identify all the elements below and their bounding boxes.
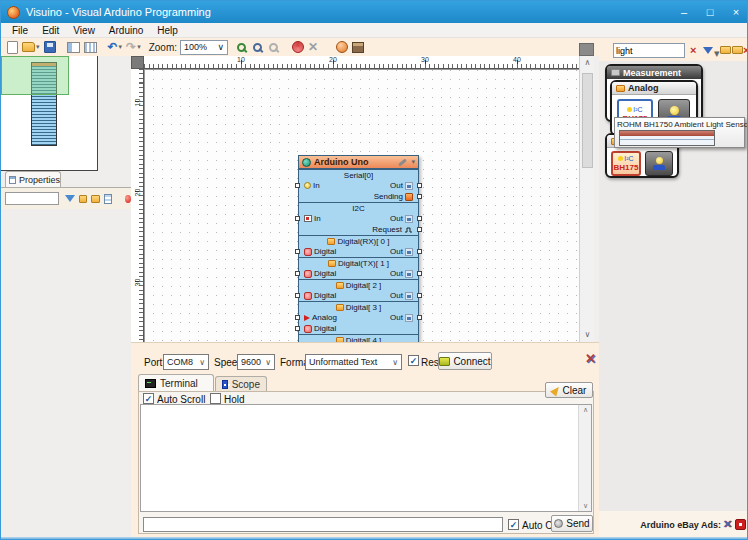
expand-categories-icon[interactable]: [79, 195, 87, 203]
arrange-grid-icon[interactable]: [104, 194, 112, 204]
hide-ads-icon[interactable]: ✕: [723, 518, 732, 531]
category-header[interactable]: Measurement: [607, 66, 701, 79]
collapse-categories-icon[interactable]: [91, 195, 99, 203]
bh1750-component-item[interactable]: I²C BH175: [611, 151, 641, 176]
scroll-up-icon[interactable]: ∧: [579, 406, 592, 414]
menu-file[interactable]: File: [5, 25, 35, 36]
filter-funnel-icon[interactable]: [65, 195, 75, 202]
new-project-button[interactable]: [7, 40, 18, 55]
open-project-button[interactable]: ▾: [22, 40, 40, 55]
component-header[interactable]: Arduino Uno ▾: [299, 156, 418, 169]
menu-arduino[interactable]: Arduino: [102, 25, 150, 36]
save-project-button[interactable]: [44, 40, 56, 55]
terminal-scrollbar[interactable]: ∧ ∨: [578, 405, 591, 511]
redo-button[interactable]: ↷▾: [126, 40, 141, 55]
canvas-vertical-scrollbar[interactable]: ∧ ∨: [579, 56, 594, 342]
send-icon: [554, 519, 563, 528]
bh1750-icon-line2: BH175: [614, 163, 639, 172]
toggle-panels-button[interactable]: [67, 40, 80, 55]
pin-connector[interactable]: [417, 194, 422, 199]
subcategory-header[interactable]: Analog: [612, 82, 696, 95]
delete-button[interactable]: ✕: [308, 40, 318, 55]
minimize-button[interactable]: –: [671, 1, 697, 23]
menu-help[interactable]: Help: [150, 25, 185, 36]
visuino-window: Visuino - Visual Arduino Programming – □…: [0, 0, 748, 540]
auto-scroll-checkbox[interactable]: ✓: [143, 393, 154, 404]
connect-button[interactable]: Connect: [438, 352, 492, 370]
section-digital-2: Digital[ 2 ] Digital Out: [299, 279, 418, 301]
send-button[interactable]: Send: [551, 515, 593, 532]
pin-connector[interactable]: [295, 216, 300, 221]
pin-connector[interactable]: [295, 183, 300, 188]
undo-button[interactable]: ↶▾: [108, 40, 123, 55]
filter-icon[interactable]: [703, 47, 713, 54]
chevron-down-icon[interactable]: ▾: [411, 158, 415, 166]
scroll-down-icon[interactable]: ∨: [580, 328, 595, 342]
ruler-units-box: [579, 43, 594, 56]
pin-connector[interactable]: [295, 271, 300, 276]
digital-channel-icon: [336, 304, 344, 311]
compile-upload-button[interactable]: [292, 40, 304, 55]
new-category-icon[interactable]: [720, 46, 731, 54]
pin-label: In: [314, 214, 321, 223]
tab-properties[interactable]: Properties: [5, 171, 61, 187]
pin-label: Sending: [374, 192, 403, 201]
chevron-down-icon[interactable]: ▾: [714, 47, 720, 59]
minimap[interactable]: [1, 56, 98, 171]
tab-scope[interactable]: Scope: [215, 376, 267, 391]
pin-connector[interactable]: [417, 183, 422, 188]
expand-all-icon[interactable]: [732, 46, 743, 54]
toggle-grid-button[interactable]: [84, 40, 97, 55]
format-select[interactable]: Unformatted Text∨: [305, 354, 402, 370]
terminal-output[interactable]: ∧ ∨: [140, 404, 592, 512]
pin-connector[interactable]: [417, 227, 422, 232]
scrollbar-thumb[interactable]: [582, 73, 593, 168]
pin-label: Digital: [314, 324, 336, 333]
speed-select[interactable]: 9600∨: [237, 354, 275, 370]
light-sensor-component-item[interactable]: [645, 151, 673, 176]
wrench-icon[interactable]: [399, 158, 408, 166]
zoom-in-button[interactable]: [237, 40, 249, 55]
component-search-input[interactable]: [613, 43, 685, 58]
pin-connector[interactable]: [417, 216, 422, 221]
arduino-uno-component[interactable]: Arduino Uno ▾ Serial[0] In Out Sending: [298, 155, 419, 342]
close-panel-icon[interactable]: ×: [743, 44, 748, 56]
wave-icon: [653, 165, 665, 170]
pin-connector[interactable]: [417, 271, 422, 276]
stop-ads-icon[interactable]: [735, 519, 746, 530]
tab-terminal[interactable]: Terminal: [138, 374, 214, 391]
hold-checkbox[interactable]: [210, 393, 221, 404]
scroll-up-icon[interactable]: ∧: [580, 56, 595, 70]
send-message-input[interactable]: [143, 517, 503, 532]
pin-connector[interactable]: [417, 249, 422, 254]
chevron-down-icon: ▾: [119, 43, 123, 51]
section-digital-3: Digital[ 3 ] Analog Out Digital: [299, 301, 418, 334]
minimap-viewport[interactable]: [1, 56, 69, 95]
terminal-icon: [145, 379, 156, 388]
scroll-down-icon[interactable]: ∨: [579, 502, 592, 510]
menu-view[interactable]: View: [66, 25, 102, 36]
reset-checkbox[interactable]: ✓: [408, 355, 419, 366]
zoom-level-select[interactable]: 100%∨: [180, 40, 228, 55]
menu-edit[interactable]: Edit: [35, 25, 66, 36]
clear-search-icon[interactable]: ×: [690, 44, 696, 56]
pin-connector[interactable]: [295, 249, 300, 254]
package-manager-button[interactable]: [352, 40, 364, 55]
web-link-button[interactable]: [336, 40, 348, 55]
pin-connector[interactable]: [295, 326, 300, 331]
design-canvas[interactable]: Arduino Uno ▾ Serial[0] In Out Sending: [144, 69, 579, 342]
pin-connector[interactable]: [295, 293, 300, 298]
close-terminal-icon[interactable]: ✕: [585, 351, 596, 366]
close-button[interactable]: ×: [723, 1, 748, 23]
auto-clear-checkbox[interactable]: ✓: [508, 519, 519, 530]
port-select[interactable]: COM8∨: [163, 354, 209, 370]
pin-connector[interactable]: [417, 293, 422, 298]
zoom-reset-button[interactable]: [253, 40, 265, 55]
clear-button[interactable]: Clear: [545, 382, 593, 398]
properties-filter-input[interactable]: [5, 192, 59, 205]
zoom-out-button[interactable]: [269, 40, 281, 55]
pin-connector[interactable]: [295, 315, 300, 320]
sending-pin-icon: [405, 193, 413, 201]
pin-connector[interactable]: [417, 315, 422, 320]
maximize-button[interactable]: □: [697, 1, 723, 23]
